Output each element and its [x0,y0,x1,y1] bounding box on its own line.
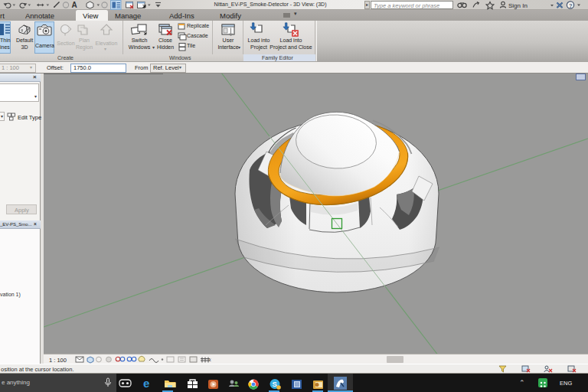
svg-text:Sign In: Sign In [508,2,528,9]
svg-text:S: S [273,380,277,388]
svg-text:e: e [143,377,149,390]
svg-text:A: A [72,1,77,9]
svg-text:?: ? [569,2,573,9]
svg-text:‹: ‹ [209,356,211,364]
